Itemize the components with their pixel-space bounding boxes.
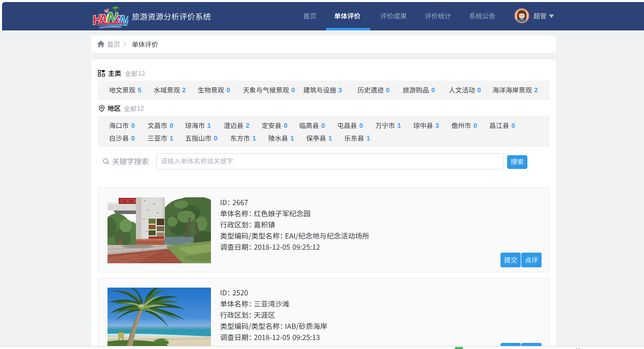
svg-text:e!: e! (104, 8, 109, 13)
